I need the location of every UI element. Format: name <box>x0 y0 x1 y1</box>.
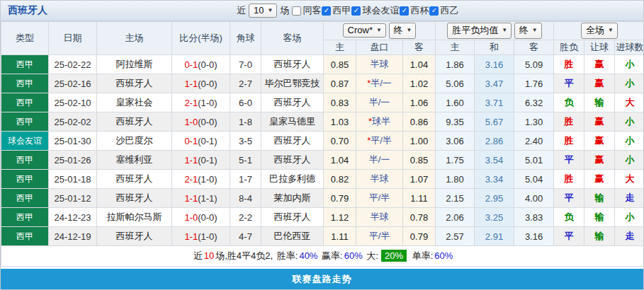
corner-score: 8-4 <box>230 189 261 208</box>
handicap-away-odds: 1.04 <box>403 55 436 74</box>
handicap-away-odds: 1.02 <box>403 74 436 93</box>
result-goals: 小 <box>615 55 644 74</box>
league-badge: 西甲 <box>1 227 49 246</box>
match-date: 25-02-22 <box>49 55 97 74</box>
summary-single-label: 单率: <box>412 250 434 261</box>
recent-count-select[interactable]: 10▼ <box>249 4 277 18</box>
col-header-home: 主场 <box>97 22 172 55</box>
result-handicap: 输 <box>584 93 615 112</box>
result-wdl: 胜 <box>554 55 584 74</box>
checkbox-checked-icon[interactable]: ✓ <box>429 6 439 16</box>
league-trend-bar[interactable]: 联赛盘路走势 <box>1 269 643 290</box>
avg-home-odds: 1.60 <box>436 93 475 112</box>
avg-draw-odds: 2.86 <box>475 132 514 151</box>
filter-checkbox-1[interactable]: ✓西甲 <box>322 4 351 17</box>
handicap-line: 半球 <box>356 170 403 189</box>
match-stats-panel: 西班牙人 近 10▼ 场 ✓同客✓西甲✓球会友谊✓西杯✓西乙 类型 日期 主场 … <box>0 0 644 290</box>
match-date: 25-01-26 <box>49 151 97 170</box>
score: 1-1(1-1) <box>172 189 230 208</box>
result-wdl: 平 <box>554 151 584 170</box>
handicap-line: 半/一 <box>356 93 403 112</box>
avg-home-odds: 2.06 <box>436 208 475 227</box>
result-wdl: 胜 <box>554 112 584 132</box>
result-goals: 小 <box>615 151 644 170</box>
handicap-line: 平/半 <box>356 227 403 246</box>
handicap-home-odds: 0.83 <box>324 93 356 112</box>
chevron-down-icon: ▼ <box>376 28 382 33</box>
handicap-selects-cell: Crow*▼ 终▼ <box>324 22 436 40</box>
corner-score: 6-0 <box>230 93 261 112</box>
summary-row: 近10场,胜4平4负2, 胜率:40% 赢率:60% 大:20% 单率:60% <box>1 246 644 267</box>
avg-home-odds: 1.75 <box>436 151 475 170</box>
handicap-home-odds: 0.87 <box>324 74 356 93</box>
table-row: 西甲 25-02-10 皇家社会 2-1(1-0) 6-0 西班牙人 0.83 … <box>1 93 644 112</box>
avg-final-select[interactable]: 终▼ <box>514 23 542 39</box>
summary-recent-count: 10 <box>204 250 214 261</box>
avg-away-odds: 2.40 <box>514 132 554 151</box>
table-row: 西甲 24-12-23 拉斯帕尔马斯 1-0(0-0) 2-2 西班牙人 1.1… <box>1 208 644 227</box>
summary-cover-rate: 60% <box>344 250 363 261</box>
team-title: 西班牙人 <box>8 4 47 17</box>
table-row: 西甲 25-02-16 西班牙人 1-1(0-0) 2-7 毕尔巴鄂竞技 0.8… <box>1 74 644 93</box>
score: 0-1(0-0) <box>172 55 230 74</box>
home-team: 拉斯帕尔马斯 <box>97 208 172 227</box>
corner-score: 2-2 <box>230 208 261 227</box>
score: 0-1(0-1) <box>172 132 230 151</box>
away-team: 西班牙人 <box>261 93 324 112</box>
handicap-away-odds: 0.78 <box>403 208 436 227</box>
away-team: 莱加内斯 <box>261 189 324 208</box>
league-badge: 西甲 <box>1 93 49 112</box>
scope-select[interactable]: 全场▼ <box>581 23 618 39</box>
handicap-line: 平/半 <box>356 189 403 208</box>
result-handicap: 赢 <box>584 55 615 74</box>
home-team: 西班牙人 <box>97 227 172 246</box>
checkbox-checked-icon[interactable]: ✓ <box>322 6 331 16</box>
result-handicap: 输 <box>584 227 615 246</box>
filter-checkbox-3[interactable]: ✓西杯 <box>400 4 429 17</box>
avg-away-odds: 3.16 <box>514 227 554 246</box>
home-team: 皇家社会 <box>97 93 172 112</box>
handicap-final-select[interactable]: 终▼ <box>389 23 417 39</box>
score: 2-1(1-0) <box>172 93 230 112</box>
chevron-down-icon: ▼ <box>608 28 614 33</box>
home-team: 沙巴度尔 <box>97 132 172 151</box>
filter-checkbox-4[interactable]: ✓西乙 <box>429 4 458 17</box>
checkbox-checked-icon[interactable]: ✓ <box>400 6 409 16</box>
result-handicap: 赢 <box>584 170 615 189</box>
away-team: 西班牙人 <box>261 208 324 227</box>
match-date: 25-02-02 <box>49 112 97 132</box>
avg-odds-select[interactable]: 胜平负均值▼ <box>447 23 512 39</box>
filter-checkbox-label: 球会友谊 <box>362 4 399 17</box>
filter-checkbox-2[interactable]: ✓球会友谊 <box>351 4 399 17</box>
away-team: 西班牙人 <box>261 55 324 74</box>
handicap-line: *半/一 <box>356 74 403 93</box>
col-header-handicap-line: 盘口 <box>356 40 403 55</box>
filter-checkbox-label: 西乙 <box>440 4 458 17</box>
checkbox-checked-icon[interactable]: ✓ <box>351 6 361 16</box>
score: 1-0(0-0) <box>172 112 230 132</box>
avg-away-odds: 6.32 <box>514 93 554 112</box>
summary-cover-label: 赢率: <box>322 250 343 261</box>
avg-away-odds: 5.01 <box>514 151 554 170</box>
corner-score: 4-7 <box>230 227 261 246</box>
corner-score: 3-5 <box>230 132 261 151</box>
avg-home-odds: 3.06 <box>436 132 475 151</box>
summary-single-rate: 60% <box>434 250 453 261</box>
scope-select-cell: 全场▼ <box>554 22 644 40</box>
summary-recent-label: 近 <box>193 250 203 261</box>
filter-checkboxes: ✓同客✓西甲✓球会友谊✓西杯✓西乙 <box>292 4 459 17</box>
odds-source-select[interactable]: Crow*▼ <box>343 23 386 37</box>
result-goals: 走 <box>615 227 644 246</box>
table-row: 西甲 24-12-19 西班牙人 1-1(1-0) 4-7 巴伦西亚 1.11 … <box>1 227 644 246</box>
checkbox-unchecked-icon[interactable]: ✓ <box>292 6 301 16</box>
handicap-home-odds: 0.70 <box>324 132 356 151</box>
filter-checkbox-same-away[interactable]: ✓同客 <box>292 4 321 17</box>
handicap-line: 半球 <box>356 208 403 227</box>
col-header-avg-draw: 和 <box>475 40 514 55</box>
summary-big-label: 大: <box>366 250 378 261</box>
avg-draw-odds: 3.25 <box>475 208 514 227</box>
summary-win-rate: 40% <box>299 250 317 261</box>
avg-away-odds: 5.04 <box>514 170 554 189</box>
avg-away-odds: 3.83 <box>514 208 554 227</box>
league-badge: 西甲 <box>1 170 49 189</box>
